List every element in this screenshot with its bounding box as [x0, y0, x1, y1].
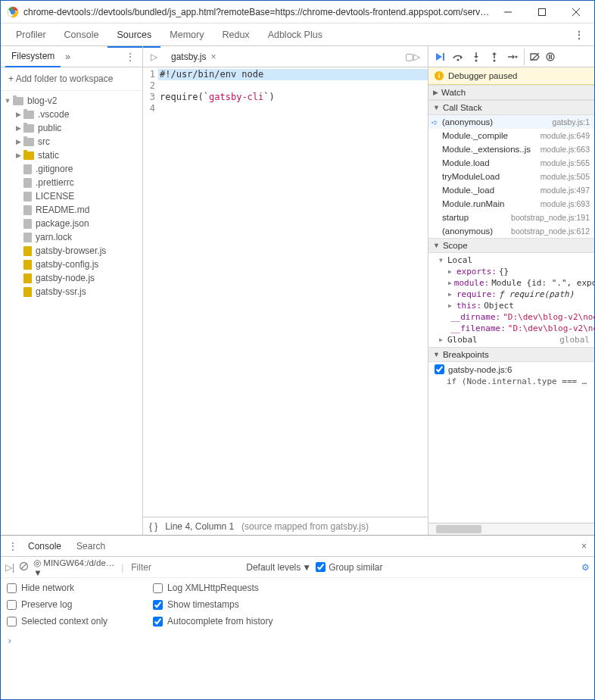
- console-tab[interactable]: Console: [20, 536, 69, 556]
- folder-static[interactable]: ▶static: [1, 148, 142, 162]
- tab-redux[interactable]: Redux: [213, 23, 258, 46]
- navigator-menu-icon[interactable]: ⋮: [123, 48, 138, 65]
- opt-show-timestamps[interactable]: Show timestamps: [153, 599, 273, 610]
- folder-icon: [23, 152, 34, 160]
- scope-var-require[interactable]: ▶require: ƒ require(path): [428, 289, 594, 300]
- source-map-note: (source mapped from gatsby.js): [241, 521, 369, 532]
- breakpoint-item[interactable]: gatsby-node.js:6: [428, 362, 594, 377]
- breakpoints-section[interactable]: ▼Breakpoints: [428, 347, 594, 362]
- opt-log-xmlhttprequests[interactable]: Log XMLHttpRequests: [153, 583, 273, 593]
- watch-section[interactable]: ▶Watch: [428, 85, 594, 100]
- step-into-button[interactable]: [468, 48, 484, 65]
- code-line-2[interactable]: [158, 80, 428, 92]
- more-menu-icon[interactable]: ⋮: [570, 25, 588, 45]
- file--prettierrc[interactable]: .prettierrc: [1, 176, 142, 189]
- horizontal-scrollbar[interactable]: [428, 523, 594, 535]
- file-yarn-lock[interactable]: yarn.lock: [1, 230, 142, 244]
- folder-public[interactable]: ▶public: [1, 121, 142, 135]
- scope-var-this[interactable]: ▶this: Object: [428, 300, 594, 311]
- tab-console[interactable]: Console: [55, 23, 108, 46]
- context-selector[interactable]: ◎ MINGW64:/d/de… ▼: [33, 558, 117, 577]
- folder-blog-v2[interactable]: ▼blog-v2: [1, 94, 142, 108]
- console-prompt[interactable]: ›: [1, 631, 594, 651]
- tab-sources[interactable]: Sources: [107, 23, 160, 48]
- scope-var-exports[interactable]: ▶exports: {}: [428, 266, 594, 277]
- navigator-more-icon[interactable]: »: [61, 48, 75, 65]
- callstack-frame[interactable]: Module._extensions..jsmodule.js:663: [428, 142, 594, 156]
- file-icon: [23, 246, 32, 256]
- file-package-json[interactable]: package.json: [1, 217, 142, 230]
- drawer-menu-icon[interactable]: ⋮: [5, 538, 20, 555]
- svg-rect-6: [443, 53, 444, 61]
- callstack-frame[interactable]: (anonymous)bootstrap_node.js:612: [428, 224, 594, 238]
- log-levels-selector[interactable]: Default levels ▼: [246, 562, 311, 573]
- scope-local[interactable]: ▼Local: [428, 255, 594, 266]
- callstack-frame[interactable]: tryModuleLoadmodule.js:505: [428, 170, 594, 183]
- group-similar-checkbox[interactable]: Group similar: [316, 562, 382, 573]
- maximize-button[interactable]: [525, 1, 559, 23]
- close-tab-icon[interactable]: ×: [210, 52, 216, 62]
- opt-selected-context-only[interactable]: Selected context only: [7, 616, 107, 627]
- opt-hide-network[interactable]: Hide network: [7, 583, 107, 593]
- tab-memory[interactable]: Memory: [160, 23, 213, 46]
- scope-var-module[interactable]: ▶module: Module {id: ".", exports:: [428, 277, 594, 289]
- code-line-1[interactable]: #!/usr/bin/env node: [158, 69, 428, 80]
- file-gatsby-node-js[interactable]: gatsby-node.js: [1, 271, 142, 285]
- file-icon: [23, 192, 32, 202]
- folder--vscode[interactable]: ▶.vscode: [1, 108, 142, 121]
- file-gatsby-ssr-js[interactable]: gatsby-ssr.js: [1, 285, 142, 298]
- resume-button[interactable]: [431, 48, 448, 65]
- callstack-section[interactable]: ▼Call Stack: [428, 100, 594, 115]
- callstack-frame[interactable]: Module._compilemodule.js:649: [428, 129, 594, 142]
- toggle-screencast-icon[interactable]: ▢▷: [402, 50, 423, 64]
- file-LICENSE[interactable]: LICENSE: [1, 189, 142, 203]
- opt-autocomplete-from-history[interactable]: Autocomplete from history: [153, 616, 273, 627]
- svg-rect-16: [549, 55, 550, 59]
- console-settings-icon[interactable]: ⚙: [581, 562, 590, 573]
- close-button[interactable]: [559, 1, 593, 23]
- code-editor[interactable]: 1234 #!/usr/bin/env noderequire(`gatsby-…: [143, 67, 428, 517]
- step-over-button[interactable]: [450, 48, 466, 65]
- svg-line-19: [21, 564, 26, 569]
- line-gutter: 1234: [143, 67, 158, 517]
- scope-var-__dirname[interactable]: __dirname: "D:\dev\blog-v2\node_mo: [428, 311, 594, 323]
- step-out-button[interactable]: [486, 48, 503, 65]
- pause-exceptions-button[interactable]: [542, 48, 559, 65]
- breakpoint-checkbox[interactable]: [435, 364, 444, 374]
- tab-profiler[interactable]: Profiler: [7, 23, 55, 46]
- file-gatsby-config-js[interactable]: gatsby-config.js: [1, 258, 142, 271]
- callstack-frame[interactable]: (anonymous)gatsby.js:1: [428, 115, 594, 129]
- callstack-frame[interactable]: Module.runMainmodule.js:693: [428, 197, 594, 211]
- pretty-print-icon[interactable]: { }: [149, 521, 157, 532]
- filesystem-tab[interactable]: Filesystem: [5, 46, 61, 67]
- folder-src[interactable]: ▶src: [1, 135, 142, 148]
- add-folder-button[interactable]: + Add folder to workspace: [1, 67, 142, 91]
- file-README-md[interactable]: README.md: [1, 203, 142, 217]
- clear-console-icon[interactable]: [19, 561, 29, 573]
- callstack-frame[interactable]: startupbootstrap_node.js:191: [428, 211, 594, 224]
- callstack-frame[interactable]: Module.loadmodule.js:565: [428, 156, 594, 170]
- code-line-3[interactable]: require(`gatsby-cli`): [158, 92, 428, 103]
- scope-section[interactable]: ▼Scope: [428, 238, 594, 253]
- callstack-frame[interactable]: Module._loadmodule.js:497: [428, 183, 594, 197]
- search-tab[interactable]: Search: [69, 536, 113, 556]
- minimize-button[interactable]: [491, 1, 525, 23]
- step-button[interactable]: [504, 48, 521, 65]
- file--gitignore[interactable]: .gitignore: [1, 162, 142, 176]
- run-snippet-icon[interactable]: ▷: [148, 50, 160, 64]
- scope-var-__filename[interactable]: __filename: "D:\dev\blog-v2\node_m: [428, 323, 594, 334]
- info-icon: i: [435, 71, 444, 80]
- code-line-4[interactable]: [158, 103, 428, 114]
- file-icon: [23, 260, 32, 270]
- file-tab-gatsby[interactable]: gatsby.js ×: [165, 48, 222, 65]
- show-console-sidebar-icon[interactable]: ▷|: [5, 562, 14, 573]
- file-icon: [23, 178, 32, 188]
- opt-preserve-log[interactable]: Preserve log: [7, 599, 107, 610]
- file-tree: ▼blog-v2▶.vscode▶public▶src▶static.gitig…: [1, 91, 142, 535]
- file-gatsby-browser-js[interactable]: gatsby-browser.js: [1, 244, 142, 258]
- close-drawer-icon[interactable]: ×: [578, 538, 590, 555]
- tab-adblock-plus[interactable]: Adblock Plus: [259, 23, 332, 46]
- filter-input[interactable]: [128, 561, 241, 574]
- scope-global[interactable]: ▶Globalglobal: [428, 334, 594, 345]
- deactivate-breakpoints-button[interactable]: [524, 48, 540, 65]
